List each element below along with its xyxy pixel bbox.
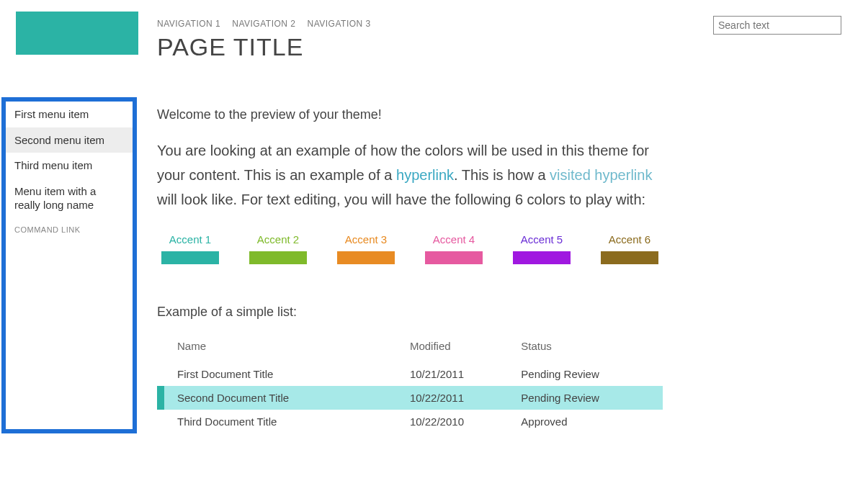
example-visited-hyperlink[interactable]: visited hyperlink bbox=[550, 167, 652, 183]
accent-swatch bbox=[337, 251, 395, 264]
table-header-row: Name Modified Status bbox=[157, 334, 663, 362]
cell-name: Third Document Title bbox=[157, 410, 390, 433]
cell-modified: 10/22/2011 bbox=[390, 386, 501, 410]
col-status[interactable]: Status bbox=[501, 334, 663, 362]
accent-1: Accent 1 bbox=[161, 233, 219, 264]
accent-2: Accent 2 bbox=[249, 233, 307, 264]
accent-swatch bbox=[513, 251, 571, 264]
nav-item-2[interactable]: NAVIGATION 2 bbox=[232, 19, 295, 29]
accent-label: Accent 5 bbox=[521, 233, 563, 246]
cell-name: Second Document Title bbox=[157, 386, 390, 410]
para-c: will look like. For text editing, you wi… bbox=[157, 192, 645, 207]
list-title: Example of a simple list: bbox=[157, 305, 663, 320]
accent-6: Accent 6 bbox=[601, 233, 658, 264]
cell-status: Approved bbox=[501, 410, 663, 433]
accent-3: Accent 3 bbox=[337, 233, 395, 264]
col-name[interactable]: Name bbox=[157, 334, 390, 362]
accent-swatch bbox=[249, 251, 307, 264]
sidebar-command-link[interactable]: COMMAND LINK bbox=[6, 218, 133, 243]
body: First menu item Second menu item Third m… bbox=[0, 97, 863, 433]
document-list: Name Modified Status First Document Titl… bbox=[157, 334, 663, 433]
accent-swatch bbox=[425, 251, 483, 264]
col-modified[interactable]: Modified bbox=[390, 334, 501, 362]
search-input[interactable] bbox=[713, 16, 841, 35]
main-content: Welcome to the preview of your theme! Yo… bbox=[137, 97, 684, 433]
accent-row: Accent 1Accent 2Accent 3Accent 4Accent 5… bbox=[161, 233, 663, 264]
accent-label: Accent 6 bbox=[609, 233, 650, 246]
accent-label: Accent 3 bbox=[345, 233, 387, 246]
sidebar-item-2[interactable]: Second menu item bbox=[6, 127, 133, 153]
table-body: First Document Title10/21/2011Pending Re… bbox=[157, 362, 663, 433]
accent-label: Accent 4 bbox=[433, 233, 475, 246]
theme-description: You are looking at an example of how the… bbox=[157, 138, 663, 212]
cell-status: Pending Review bbox=[501, 362, 663, 386]
sidebar: First menu item Second menu item Third m… bbox=[1, 97, 137, 433]
accent-label: Accent 2 bbox=[257, 233, 299, 246]
cell-modified: 10/22/2010 bbox=[390, 410, 501, 433]
sidebar-item-1[interactable]: First menu item bbox=[6, 102, 133, 127]
table-row[interactable]: Second Document Title10/22/2011Pending R… bbox=[157, 386, 663, 410]
nav-item-3[interactable]: NAVIGATION 3 bbox=[308, 19, 371, 29]
accent-label: Accent 1 bbox=[169, 233, 211, 246]
example-hyperlink[interactable]: hyperlink bbox=[396, 167, 454, 183]
para-b: . This is how a bbox=[454, 167, 550, 183]
accent-4: Accent 4 bbox=[425, 233, 483, 264]
nav-item-1[interactable]: NAVIGATION 1 bbox=[157, 19, 220, 29]
cell-name: First Document Title bbox=[157, 362, 390, 386]
sidebar-item-4[interactable]: Menu item with a really long name bbox=[6, 179, 133, 218]
cell-modified: 10/21/2011 bbox=[390, 362, 501, 386]
table-row[interactable]: Third Document Title10/22/2010Approved bbox=[157, 410, 663, 433]
accent-swatch bbox=[601, 251, 658, 264]
accent-5: Accent 5 bbox=[513, 233, 571, 264]
site-logo[interactable] bbox=[16, 12, 138, 55]
sidebar-item-3[interactable]: Third menu item bbox=[6, 153, 133, 179]
cell-status: Pending Review bbox=[501, 386, 663, 410]
page-title: PAGE TITLE bbox=[157, 33, 863, 61]
welcome-text: Welcome to the preview of your theme! bbox=[157, 107, 663, 122]
accent-swatch bbox=[161, 251, 219, 264]
table-row[interactable]: First Document Title10/21/2011Pending Re… bbox=[157, 362, 663, 386]
